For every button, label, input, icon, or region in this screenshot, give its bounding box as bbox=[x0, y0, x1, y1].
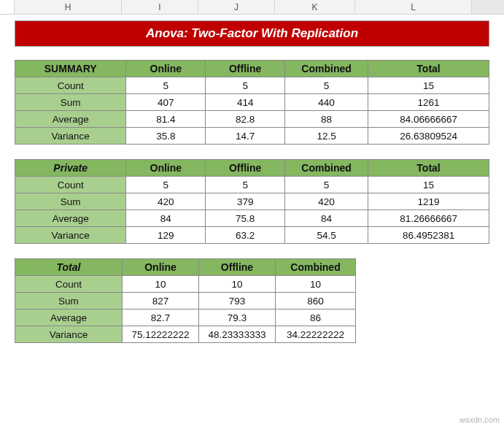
cell[interactable]: 129 bbox=[126, 227, 206, 244]
col-online: Online bbox=[123, 259, 199, 276]
cell[interactable]: 827 bbox=[123, 293, 199, 309]
cell[interactable]: 12.5 bbox=[285, 128, 368, 145]
table-row: Sum 420 379 420 1219 bbox=[15, 193, 489, 210]
row-label-count: Count bbox=[15, 276, 123, 293]
spreadsheet-area: H I J K L Anova: Two-Factor With Replica… bbox=[0, 0, 504, 427]
cell[interactable]: 860 bbox=[276, 293, 356, 309]
table-row: Sum 407 414 440 1261 bbox=[15, 94, 489, 111]
table-row: Variance 129 63.2 54.5 86.4952381 bbox=[15, 227, 489, 244]
cell[interactable]: 88 bbox=[285, 111, 368, 128]
cell[interactable]: 407 bbox=[126, 94, 206, 111]
table-row: Total Online Offline Combined bbox=[15, 259, 356, 276]
col-combined: Combined bbox=[285, 160, 368, 177]
cell[interactable]: 10 bbox=[276, 276, 356, 293]
cell[interactable]: 26.63809524 bbox=[368, 128, 489, 145]
row-label-average: Average bbox=[15, 309, 123, 326]
col-header-J[interactable]: J bbox=[198, 0, 275, 14]
row-label-sum: Sum bbox=[15, 293, 123, 309]
column-header-row: H I J K L bbox=[0, 0, 504, 15]
cell[interactable]: 54.5 bbox=[285, 227, 368, 244]
cell[interactable]: 82.7 bbox=[123, 309, 199, 326]
row-label-sum: Sum bbox=[15, 193, 126, 210]
col-total: Total bbox=[368, 160, 489, 177]
table-row: Variance 35.8 14.7 12.5 26.63809524 bbox=[15, 128, 489, 145]
col-header-K[interactable]: K bbox=[275, 0, 355, 14]
summary-label: SUMMARY bbox=[15, 61, 126, 77]
cell[interactable]: 15 bbox=[368, 177, 489, 193]
cell[interactable]: 81.4 bbox=[126, 111, 206, 128]
cell[interactable]: 84 bbox=[126, 210, 206, 227]
col-combined: Combined bbox=[285, 61, 368, 77]
row-label-average: Average bbox=[15, 111, 126, 128]
cell[interactable]: 5 bbox=[126, 77, 206, 94]
cell[interactable]: 14.7 bbox=[206, 128, 285, 145]
cell[interactable]: 5 bbox=[206, 177, 285, 193]
private-table: Private Online Offline Combined Total Co… bbox=[15, 159, 489, 244]
table-row: Sum 827 793 860 bbox=[15, 293, 356, 309]
sheet-content: Anova: Two-Factor With Replication SUMMA… bbox=[0, 15, 504, 343]
col-online: Online bbox=[126, 160, 206, 177]
cell[interactable]: 10 bbox=[123, 276, 199, 293]
col-header-H[interactable]: H bbox=[15, 0, 122, 14]
col-total: Total bbox=[368, 61, 489, 77]
cell[interactable]: 86 bbox=[276, 309, 356, 326]
table-row: Count 10 10 10 bbox=[15, 276, 356, 293]
table-row: Count 5 5 5 15 bbox=[15, 77, 489, 94]
total-table: Total Online Offline Combined Count 10 1… bbox=[15, 258, 356, 343]
cell[interactable]: 5 bbox=[126, 177, 206, 193]
cell[interactable]: 440 bbox=[285, 94, 368, 111]
cell[interactable]: 86.4952381 bbox=[368, 227, 489, 244]
table-row: Average 84 75.8 84 81.26666667 bbox=[15, 210, 489, 227]
cell[interactable]: 63.2 bbox=[206, 227, 285, 244]
row-label-variance: Variance bbox=[15, 128, 126, 145]
row-label-variance: Variance bbox=[15, 227, 126, 244]
private-label: Private bbox=[15, 160, 126, 177]
anova-title: Anova: Two-Factor With Replication bbox=[15, 20, 489, 47]
cell[interactable]: 15 bbox=[368, 77, 489, 94]
col-offline: Offline bbox=[206, 61, 285, 77]
cell[interactable]: 1261 bbox=[368, 94, 489, 111]
cell[interactable]: 84.06666667 bbox=[368, 111, 489, 128]
col-online: Online bbox=[126, 61, 206, 77]
summary-table: SUMMARY Online Offline Combined Total Co… bbox=[15, 60, 489, 145]
row-label-sum: Sum bbox=[15, 94, 126, 111]
cell[interactable]: 84 bbox=[285, 210, 368, 227]
row-label-variance: Variance bbox=[15, 326, 123, 343]
table-row: Private Online Offline Combined Total bbox=[15, 160, 489, 177]
col-header-I[interactable]: I bbox=[122, 0, 198, 14]
cell[interactable]: 34.22222222 bbox=[276, 326, 356, 343]
total-label: Total bbox=[15, 259, 123, 276]
col-combined: Combined bbox=[276, 259, 356, 276]
cell[interactable]: 79.3 bbox=[199, 309, 276, 326]
cell[interactable]: 1219 bbox=[368, 193, 489, 210]
cell[interactable]: 75.12222222 bbox=[123, 326, 199, 343]
cell[interactable]: 420 bbox=[126, 193, 206, 210]
cell[interactable]: 793 bbox=[199, 293, 276, 309]
col-offline: Offline bbox=[206, 160, 285, 177]
cell[interactable]: 10 bbox=[199, 276, 276, 293]
gutter bbox=[0, 0, 15, 14]
cell[interactable]: 420 bbox=[285, 193, 368, 210]
table-row: Count 5 5 5 15 bbox=[15, 177, 489, 193]
watermark: wsxdn.com bbox=[460, 415, 500, 424]
row-label-average: Average bbox=[15, 210, 126, 227]
cell[interactable]: 5 bbox=[285, 77, 368, 94]
cell[interactable]: 81.26666667 bbox=[368, 210, 489, 227]
cell[interactable]: 35.8 bbox=[126, 128, 206, 145]
cell[interactable]: 75.8 bbox=[206, 210, 285, 227]
table-row: Variance 75.12222222 48.23333333 34.2222… bbox=[15, 326, 356, 343]
cell[interactable]: 5 bbox=[285, 177, 368, 193]
table-row: Average 81.4 82.8 88 84.06666667 bbox=[15, 111, 489, 128]
row-label-count: Count bbox=[15, 77, 126, 94]
table-row: SUMMARY Online Offline Combined Total bbox=[15, 61, 489, 77]
col-offline: Offline bbox=[199, 259, 276, 276]
col-header-L[interactable]: L bbox=[355, 0, 472, 14]
cell[interactable]: 82.8 bbox=[206, 111, 285, 128]
table-row: Average 82.7 79.3 86 bbox=[15, 309, 356, 326]
row-label-count: Count bbox=[15, 177, 126, 193]
cell[interactable]: 48.23333333 bbox=[199, 326, 276, 343]
cell[interactable]: 379 bbox=[206, 193, 285, 210]
cell[interactable]: 414 bbox=[206, 94, 285, 111]
cell[interactable]: 5 bbox=[206, 77, 285, 94]
